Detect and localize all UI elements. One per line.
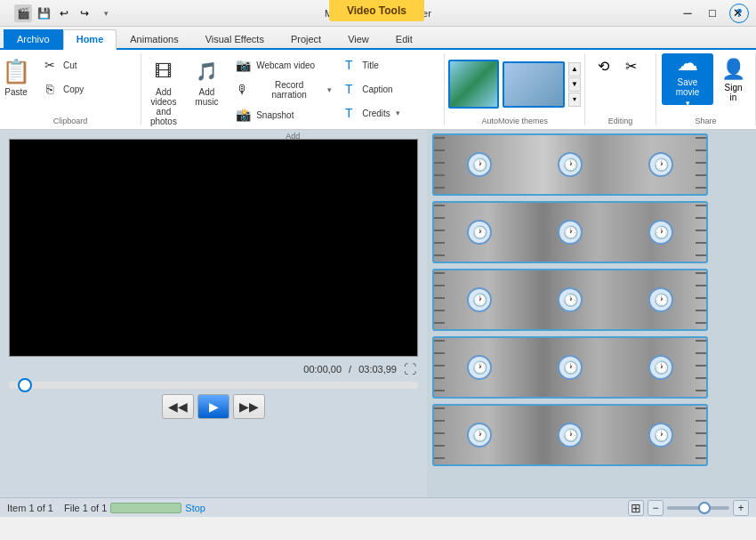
theme-scroll-buttons: ▲ ▼ ▾ — [568, 62, 581, 107]
tab-view[interactable]: View — [334, 29, 382, 48]
prev-frame-button[interactable]: ◀◀ — [162, 394, 194, 419]
clips-scroll-area[interactable]: 🕐 🕐 🕐 🕐 🕐 🕐 🕐 🕐 🕐 🕐 🕐 🕐 — [427, 130, 756, 497]
zoom-slider[interactable] — [667, 506, 729, 510]
playback-controls: ◀◀ ▶ ▶▶ — [9, 394, 418, 419]
automovie-group: ▲ ▼ ▾ AutoMovie themes — [445, 53, 585, 125]
cut-button[interactable]: ✂ Cut — [36, 53, 143, 77]
clip-clock-3: 🕐 — [648, 152, 673, 177]
expand-button[interactable]: ⛶ — [404, 362, 416, 376]
cut-icon: ✂ — [41, 56, 59, 74]
zoom-in-button[interactable]: + — [733, 500, 749, 516]
share-content: ☁ Save movie ▾ 👤 Sign in — [662, 53, 750, 115]
tab-edit[interactable]: Edit — [382, 29, 426, 48]
save-movie-button[interactable]: ☁ Save movie ▾ — [662, 53, 713, 105]
theme-second-box[interactable] — [503, 61, 565, 108]
undo-quick-btn[interactable]: ↩ — [55, 4, 73, 22]
film-strip-5[interactable]: 🕐 🕐 🕐 — [432, 404, 708, 466]
maximize-button[interactable]: □ — [701, 4, 724, 22]
clip-clock-1: 🕐 — [467, 152, 492, 177]
stop-text[interactable]: Stop — [185, 503, 205, 513]
clip-clock-14: 🕐 — [558, 423, 583, 447]
film-strip-3[interactable]: 🕐 🕐 🕐 — [432, 269, 708, 331]
clip-clock-11: 🕐 — [558, 355, 583, 380]
save-quick-btn[interactable]: 💾 — [35, 4, 52, 22]
video-tools-label: Video Tools — [329, 0, 424, 21]
theme-scroll-down[interactable]: ▼ — [568, 77, 581, 92]
theme-scroll-more[interactable]: ▾ — [568, 93, 581, 107]
webcam-icon: 📷 — [234, 56, 252, 74]
main-content: 00:00,00 / 03:03,99 ⛶ ◀◀ ▶ ▶▶ 🕐 🕐 — [0, 130, 756, 497]
add-music-icon: 🎵 — [192, 57, 221, 85]
minimize-button[interactable]: ─ — [676, 4, 699, 22]
share-label: Share — [662, 117, 750, 125]
app-icon: 🎬 — [14, 4, 32, 22]
zoom-out-button[interactable]: − — [647, 500, 664, 516]
trim-icon[interactable]: ✂ — [618, 53, 643, 78]
snapshot-icon: 📸 — [234, 106, 252, 124]
quick-access-dropdown[interactable]: ▾ — [97, 4, 115, 22]
tab-project[interactable]: Project — [277, 29, 334, 48]
next-frame-icon: ▶▶ — [239, 399, 259, 414]
record-narration-button[interactable]: 🎙 Record narration ▾ — [229, 77, 336, 102]
tab-animations[interactable]: Animations — [117, 29, 191, 48]
add-music-button[interactable]: 🎵 Add music — [188, 53, 226, 130]
caption-icon: T — [340, 80, 358, 98]
credits-button[interactable]: T Credits ▾ — [335, 101, 442, 125]
add-group: 🎞 Add videos and photos 🎵 Add music 📷 We… — [141, 53, 445, 125]
record-narration-dropdown[interactable]: ▾ — [327, 85, 332, 94]
microphone-icon: 🎙 — [234, 81, 252, 99]
seek-bar[interactable] — [9, 382, 418, 389]
clip-clock-13: 🕐 — [467, 423, 492, 447]
view-toggle-btn[interactable]: ⊞ — [628, 500, 644, 516]
title-button[interactable]: T Title — [335, 53, 442, 77]
play-button[interactable]: ▶ — [197, 394, 229, 419]
rotate-icon[interactable]: ⟲ — [591, 53, 615, 78]
redo-quick-btn[interactable]: ↪ — [76, 4, 93, 22]
clip-clock-7: 🕐 — [467, 287, 492, 312]
theme-preview-box[interactable] — [448, 60, 499, 109]
caption-button[interactable]: T Caption — [335, 77, 442, 101]
tab-archivo[interactable]: Archivo — [4, 29, 63, 48]
editing-icons-row: ⟲ ✂ — [591, 53, 650, 78]
clip-clock-5: 🕐 — [558, 220, 583, 245]
next-frame-button[interactable]: ▶▶ — [233, 394, 265, 419]
copy-button[interactable]: ⎘ Copy — [36, 77, 143, 101]
item-count-status: Item 1 of 1 — [7, 503, 53, 513]
film-strip-4[interactable]: 🕐 🕐 🕐 — [432, 336, 708, 399]
zoom-thumb[interactable] — [698, 502, 711, 514]
credits-dropdown[interactable]: ▾ — [396, 109, 400, 117]
editing-content: ⟲ ✂ — [591, 53, 650, 115]
ribbon-tabs: Archivo Home Animations Visual Effects P… — [0, 27, 756, 50]
clip-clock-8: 🕐 — [558, 287, 583, 312]
file-count-status: File 1 of 1 Stop — [64, 503, 205, 513]
paste-button[interactable]: 📋 Paste — [0, 53, 35, 101]
cloud-icon: ☁ — [677, 51, 698, 76]
clip-clock-15: 🕐 — [648, 423, 673, 447]
seek-thumb[interactable] — [18, 378, 32, 392]
person-icon: 👤 — [721, 58, 745, 81]
clip-clock-9: 🕐 — [648, 287, 673, 312]
title-bar: 🎬 💾 ↩ ↪ ▾ My Movie - Movie Maker Video T… — [0, 0, 756, 27]
tab-home[interactable]: Home — [63, 29, 117, 50]
ribbon: 📋 Paste ✂ Cut ⎘ Copy Clipboard 🎞 — [0, 50, 756, 130]
total-time: 03:03,99 — [358, 364, 397, 375]
automovie-label: AutoMovie themes — [448, 117, 581, 125]
clipboard-label: Clipboard — [53, 117, 88, 125]
clip-clock-2: 🕐 — [558, 152, 583, 177]
tab-visual-effects[interactable]: Visual Effects — [192, 29, 277, 48]
help-button[interactable]: ? — [729, 4, 749, 23]
film-strip-2[interactable]: 🕐 🕐 🕐 — [432, 201, 708, 263]
prev-frame-icon: ◀◀ — [168, 399, 188, 414]
video-panel: 00:00,00 / 03:03,99 ⛶ ◀◀ ▶ ▶▶ — [0, 130, 427, 497]
clips-panel: 🕐 🕐 🕐 🕐 🕐 🕐 🕐 🕐 🕐 🕐 🕐 🕐 — [427, 130, 756, 497]
clip-clock-4: 🕐 — [467, 220, 492, 245]
add-small-col1: 📷 Webcam video 🎙 Record narration ▾ 📸 Sn… — [229, 53, 332, 126]
add-videos-button[interactable]: 🎞 Add videos and photos — [143, 53, 184, 130]
webcam-button[interactable]: 📷 Webcam video — [229, 53, 336, 77]
sign-in-button[interactable]: 👤 Sign in — [717, 53, 750, 107]
snapshot-button[interactable]: 📸 Snapshot — [229, 103, 336, 126]
save-movie-dropdown[interactable]: ▾ — [686, 99, 690, 108]
clipboard-small-buttons: ✂ Cut ⎘ Copy — [36, 53, 143, 101]
theme-scroll-up[interactable]: ▲ — [568, 62, 581, 77]
film-strip-1[interactable]: 🕐 🕐 🕐 — [432, 133, 708, 196]
